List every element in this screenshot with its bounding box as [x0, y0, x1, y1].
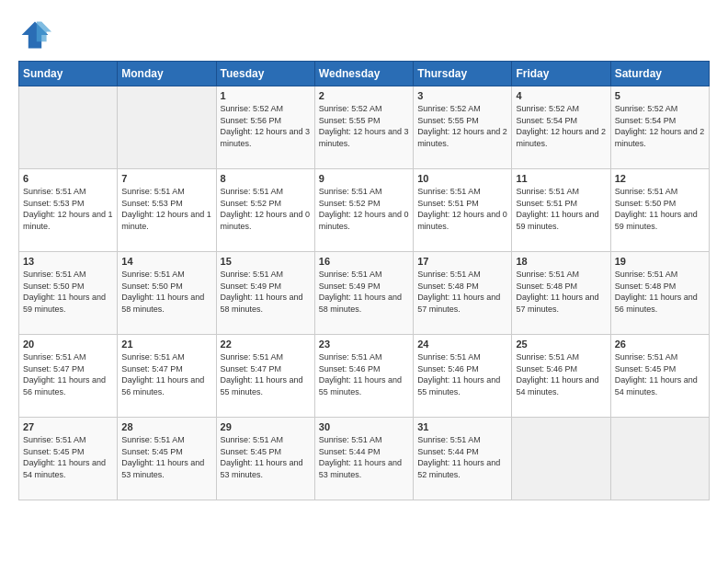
day-info: Sunrise: 5:52 AM Sunset: 5:54 PM Dayligh… — [615, 103, 705, 149]
calendar-cell: 18Sunrise: 5:51 AM Sunset: 5:48 PM Dayli… — [512, 252, 610, 335]
day-info: Sunrise: 5:51 AM Sunset: 5:45 PM Dayligh… — [121, 434, 211, 480]
day-info: Sunrise: 5:51 AM Sunset: 5:47 PM Dayligh… — [23, 351, 113, 397]
day-number: 5 — [615, 90, 705, 101]
calendar-cell: 31Sunrise: 5:51 AM Sunset: 5:44 PM Dayli… — [414, 418, 512, 500]
day-number: 24 — [417, 339, 507, 350]
calendar-cell — [19, 86, 118, 169]
logo-icon — [18, 18, 51, 52]
weekday-header-saturday: Saturday — [610, 62, 709, 86]
week-row-2: 6Sunrise: 5:51 AM Sunset: 5:53 PM Daylig… — [19, 169, 710, 252]
day-info: Sunrise: 5:51 AM Sunset: 5:53 PM Dayligh… — [23, 186, 113, 232]
weekday-header-sunday: Sunday — [19, 62, 118, 86]
calendar-cell: 16Sunrise: 5:51 AM Sunset: 5:49 PM Dayli… — [314, 252, 413, 335]
day-number: 25 — [516, 339, 606, 350]
day-number: 31 — [417, 421, 507, 432]
day-info: Sunrise: 5:51 AM Sunset: 5:46 PM Dayligh… — [417, 351, 507, 397]
week-row-4: 20Sunrise: 5:51 AM Sunset: 5:47 PM Dayli… — [19, 335, 710, 418]
day-info: Sunrise: 5:51 AM Sunset: 5:52 PM Dayligh… — [221, 186, 311, 232]
calendar-cell: 23Sunrise: 5:51 AM Sunset: 5:46 PM Dayli… — [314, 335, 413, 418]
day-number: 10 — [417, 173, 507, 184]
calendar-cell: 1Sunrise: 5:52 AM Sunset: 5:56 PM Daylig… — [216, 86, 314, 169]
weekday-header-tuesday: Tuesday — [216, 62, 314, 86]
calendar-cell: 24Sunrise: 5:51 AM Sunset: 5:46 PM Dayli… — [414, 335, 512, 418]
calendar-cell: 20Sunrise: 5:51 AM Sunset: 5:47 PM Dayli… — [19, 335, 118, 418]
day-info: Sunrise: 5:51 AM Sunset: 5:49 PM Dayligh… — [319, 269, 409, 315]
day-number: 14 — [121, 256, 211, 267]
calendar-cell: 14Sunrise: 5:51 AM Sunset: 5:50 PM Dayli… — [118, 252, 216, 335]
day-number: 7 — [121, 173, 211, 184]
day-info: Sunrise: 5:51 AM Sunset: 5:44 PM Dayligh… — [319, 434, 409, 480]
calendar-cell: 2Sunrise: 5:52 AM Sunset: 5:55 PM Daylig… — [314, 86, 413, 169]
calendar-cell: 11Sunrise: 5:51 AM Sunset: 5:51 PM Dayli… — [512, 169, 610, 252]
day-info: Sunrise: 5:51 AM Sunset: 5:50 PM Dayligh… — [121, 269, 211, 315]
calendar-cell: 25Sunrise: 5:51 AM Sunset: 5:46 PM Dayli… — [512, 335, 610, 418]
calendar-cell: 9Sunrise: 5:51 AM Sunset: 5:52 PM Daylig… — [314, 169, 413, 252]
weekday-header-row: SundayMondayTuesdayWednesdayThursdayFrid… — [19, 62, 710, 86]
day-number: 1 — [221, 90, 311, 101]
day-number: 28 — [121, 421, 211, 432]
day-info: Sunrise: 5:51 AM Sunset: 5:49 PM Dayligh… — [221, 269, 311, 315]
day-number: 19 — [615, 256, 705, 267]
week-row-1: 1Sunrise: 5:52 AM Sunset: 5:56 PM Daylig… — [19, 86, 710, 169]
day-info: Sunrise: 5:51 AM Sunset: 5:53 PM Dayligh… — [121, 186, 211, 232]
calendar-cell: 10Sunrise: 5:51 AM Sunset: 5:51 PM Dayli… — [414, 169, 512, 252]
calendar-cell: 12Sunrise: 5:51 AM Sunset: 5:50 PM Dayli… — [610, 169, 709, 252]
svg-marker-1 — [37, 22, 51, 42]
page-header — [18, 18, 710, 52]
week-row-3: 13Sunrise: 5:51 AM Sunset: 5:50 PM Dayli… — [19, 252, 710, 335]
day-info: Sunrise: 5:52 AM Sunset: 5:56 PM Dayligh… — [221, 103, 311, 149]
calendar-cell: 7Sunrise: 5:51 AM Sunset: 5:53 PM Daylig… — [118, 169, 216, 252]
day-info: Sunrise: 5:51 AM Sunset: 5:51 PM Dayligh… — [417, 186, 507, 232]
calendar-cell: 27Sunrise: 5:51 AM Sunset: 5:45 PM Dayli… — [19, 418, 118, 500]
calendar-cell: 15Sunrise: 5:51 AM Sunset: 5:49 PM Dayli… — [216, 252, 314, 335]
calendar-cell — [118, 86, 216, 169]
day-info: Sunrise: 5:51 AM Sunset: 5:45 PM Dayligh… — [615, 351, 705, 397]
day-info: Sunrise: 5:51 AM Sunset: 5:45 PM Dayligh… — [23, 434, 113, 480]
day-info: Sunrise: 5:51 AM Sunset: 5:47 PM Dayligh… — [221, 351, 311, 397]
day-number: 21 — [121, 339, 211, 350]
calendar-cell: 13Sunrise: 5:51 AM Sunset: 5:50 PM Dayli… — [19, 252, 118, 335]
weekday-header-wednesday: Wednesday — [314, 62, 413, 86]
calendar-cell: 29Sunrise: 5:51 AM Sunset: 5:45 PM Dayli… — [216, 418, 314, 500]
weekday-header-friday: Friday — [512, 62, 610, 86]
day-info: Sunrise: 5:51 AM Sunset: 5:46 PM Dayligh… — [516, 351, 606, 397]
calendar-cell: 21Sunrise: 5:51 AM Sunset: 5:47 PM Dayli… — [118, 335, 216, 418]
day-number: 20 — [23, 339, 113, 350]
calendar-cell: 26Sunrise: 5:51 AM Sunset: 5:45 PM Dayli… — [610, 335, 709, 418]
calendar-cell: 5Sunrise: 5:52 AM Sunset: 5:54 PM Daylig… — [610, 86, 709, 169]
calendar-cell: 6Sunrise: 5:51 AM Sunset: 5:53 PM Daylig… — [19, 169, 118, 252]
day-info: Sunrise: 5:52 AM Sunset: 5:54 PM Dayligh… — [516, 103, 606, 149]
calendar-cell: 30Sunrise: 5:51 AM Sunset: 5:44 PM Dayli… — [314, 418, 413, 500]
day-info: Sunrise: 5:51 AM Sunset: 5:48 PM Dayligh… — [417, 269, 507, 315]
calendar-cell — [610, 418, 709, 500]
calendar-cell — [512, 418, 610, 500]
day-info: Sunrise: 5:51 AM Sunset: 5:52 PM Dayligh… — [319, 186, 409, 232]
calendar-cell: 17Sunrise: 5:51 AM Sunset: 5:48 PM Dayli… — [414, 252, 512, 335]
logo — [18, 18, 55, 52]
day-info: Sunrise: 5:51 AM Sunset: 5:50 PM Dayligh… — [23, 269, 113, 315]
day-info: Sunrise: 5:51 AM Sunset: 5:48 PM Dayligh… — [615, 269, 705, 315]
calendar-cell: 3Sunrise: 5:52 AM Sunset: 5:55 PM Daylig… — [414, 86, 512, 169]
day-info: Sunrise: 5:51 AM Sunset: 5:47 PM Dayligh… — [121, 351, 211, 397]
day-number: 18 — [516, 256, 606, 267]
calendar-cell: 8Sunrise: 5:51 AM Sunset: 5:52 PM Daylig… — [216, 169, 314, 252]
day-number: 29 — [221, 421, 311, 432]
day-number: 8 — [221, 173, 311, 184]
day-number: 13 — [23, 256, 113, 267]
week-row-5: 27Sunrise: 5:51 AM Sunset: 5:45 PM Dayli… — [19, 418, 710, 500]
day-info: Sunrise: 5:51 AM Sunset: 5:50 PM Dayligh… — [615, 186, 705, 232]
day-number: 30 — [319, 421, 409, 432]
calendar-cell: 22Sunrise: 5:51 AM Sunset: 5:47 PM Dayli… — [216, 335, 314, 418]
day-number: 26 — [615, 339, 705, 350]
calendar-cell: 19Sunrise: 5:51 AM Sunset: 5:48 PM Dayli… — [610, 252, 709, 335]
weekday-header-monday: Monday — [118, 62, 216, 86]
day-number: 2 — [319, 90, 409, 101]
day-info: Sunrise: 5:51 AM Sunset: 5:46 PM Dayligh… — [319, 351, 409, 397]
day-number: 27 — [23, 421, 113, 432]
day-number: 6 — [23, 173, 113, 184]
day-info: Sunrise: 5:51 AM Sunset: 5:48 PM Dayligh… — [516, 269, 606, 315]
day-number: 22 — [221, 339, 311, 350]
calendar-cell: 4Sunrise: 5:52 AM Sunset: 5:54 PM Daylig… — [512, 86, 610, 169]
day-number: 12 — [615, 173, 705, 184]
calendar-table: SundayMondayTuesdayWednesdayThursdayFrid… — [18, 61, 710, 500]
